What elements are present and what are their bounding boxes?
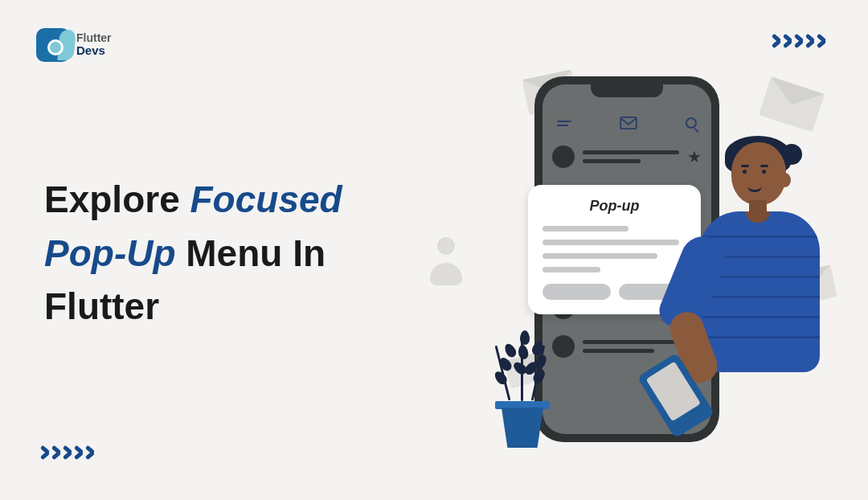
person-head xyxy=(731,142,786,205)
chevron-right-icon xyxy=(85,444,96,460)
page-title: Explore Focused Pop-Up Menu In Flutter xyxy=(44,173,342,334)
envelope-icon xyxy=(759,76,825,132)
text-placeholder xyxy=(583,150,679,163)
text-placeholder xyxy=(542,267,600,273)
chevrons-decoration-bottom xyxy=(40,444,96,460)
chevron-right-icon xyxy=(794,32,805,48)
title-accent: Pop-Up xyxy=(44,232,176,274)
text-placeholder xyxy=(542,226,628,232)
avatar-icon xyxy=(552,145,575,168)
title-word: Explore xyxy=(44,178,190,220)
title-word: Menu In xyxy=(176,232,326,274)
eyebrow xyxy=(760,165,768,167)
svg-rect-0 xyxy=(620,117,637,129)
logo: Flutter Devs xyxy=(36,28,112,62)
chevron-right-icon xyxy=(51,444,63,460)
leaf-icon xyxy=(518,344,530,360)
text-placeholder xyxy=(542,240,679,245)
avatar-silhouette-icon xyxy=(426,237,466,293)
menu-icon xyxy=(557,121,571,126)
leaf-icon xyxy=(502,342,518,359)
chevrons-decoration-top xyxy=(772,32,828,48)
phone-notch xyxy=(591,83,663,97)
search-icon xyxy=(686,117,697,129)
chevron-right-icon xyxy=(40,444,51,460)
chevron-right-icon xyxy=(817,32,828,48)
text-placeholder xyxy=(542,253,657,259)
shirt-stripe xyxy=(699,296,820,298)
shirt-stripe xyxy=(699,336,820,338)
chevron-right-icon xyxy=(63,444,74,460)
chevron-right-icon xyxy=(805,32,817,48)
title-word: Flutter xyxy=(44,285,159,327)
hero-illustration: ★ Pop-up xyxy=(454,76,824,462)
mail-icon xyxy=(620,117,637,129)
popup-button-placeholder xyxy=(542,284,611,300)
chevron-right-icon xyxy=(772,32,783,48)
person-illustration xyxy=(675,142,836,448)
plant-pot xyxy=(497,408,547,448)
logo-text-flutter: Flutter xyxy=(76,32,112,44)
leaf-icon xyxy=(520,330,530,345)
shirt-stripe xyxy=(699,316,820,318)
eyebrow xyxy=(741,165,749,167)
logo-text-devs: Devs xyxy=(76,44,112,58)
chevron-right-icon xyxy=(783,32,794,48)
person-ear xyxy=(780,173,791,187)
title-accent: Focused xyxy=(190,178,342,220)
shirt-stripe xyxy=(699,236,820,238)
plant-decoration xyxy=(486,335,559,448)
eye xyxy=(743,170,747,174)
leaf-icon xyxy=(497,355,514,373)
chevron-right-icon xyxy=(74,444,85,460)
popup-title: Pop-up xyxy=(542,198,686,215)
phone-topbar xyxy=(552,117,702,129)
person-torso xyxy=(699,211,820,372)
eye xyxy=(762,170,766,174)
logo-text: Flutter Devs xyxy=(76,32,112,58)
logo-mark-icon xyxy=(36,28,70,62)
